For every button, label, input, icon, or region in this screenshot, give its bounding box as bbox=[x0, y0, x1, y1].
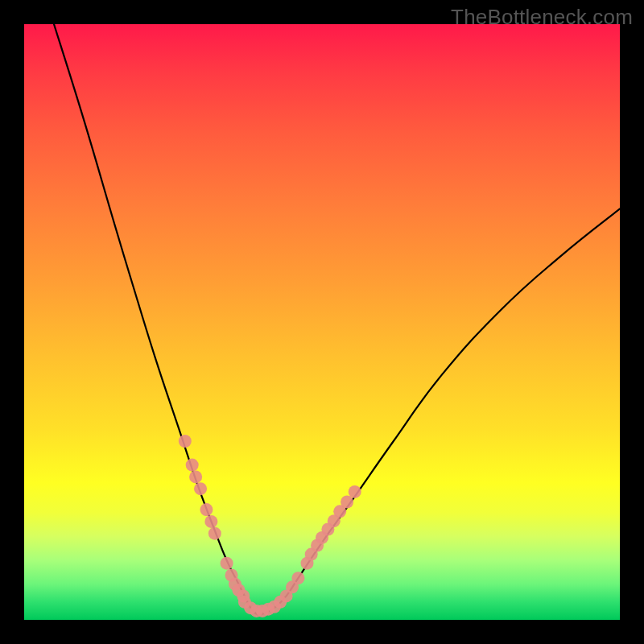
plot-area bbox=[24, 24, 620, 620]
marker-dot bbox=[221, 557, 233, 570]
curve-markers bbox=[179, 435, 361, 617]
marker-dot bbox=[194, 482, 207, 495]
chart-container: TheBottleneck.com bbox=[0, 0, 644, 644]
marker-dot bbox=[200, 503, 213, 516]
marker-dot bbox=[341, 495, 353, 508]
marker-dot bbox=[291, 572, 304, 584]
marker-dot bbox=[179, 435, 192, 448]
marker-dot bbox=[208, 527, 221, 540]
watermark-text: TheBottleneck.com bbox=[451, 5, 633, 30]
curve-overlay bbox=[24, 24, 620, 620]
marker-dot bbox=[186, 459, 199, 472]
marker-dot bbox=[204, 515, 217, 528]
marker-dot bbox=[349, 485, 361, 498]
marker-dot bbox=[189, 470, 202, 483]
